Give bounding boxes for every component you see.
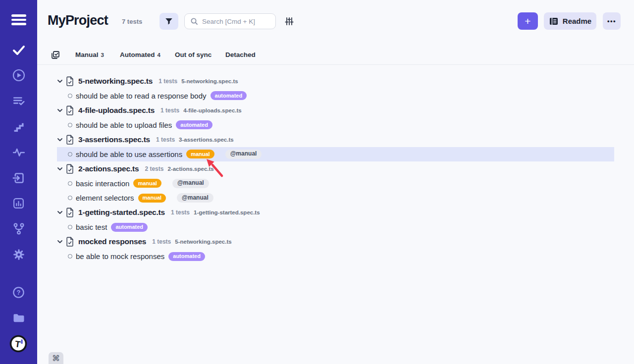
sliders-button[interactable] bbox=[283, 16, 295, 27]
book-icon bbox=[549, 17, 559, 26]
folder-icon bbox=[12, 311, 26, 325]
test-status-icon bbox=[68, 196, 72, 200]
spec-file-row[interactable]: 5-networking.spec.ts 1 tests 5-networkin… bbox=[57, 74, 614, 89]
spec-test-count: 1 tests bbox=[152, 238, 171, 245]
search-input[interactable] bbox=[202, 18, 274, 25]
test-status-icon bbox=[68, 123, 72, 127]
sidebar-item-files[interactable] bbox=[0, 311, 37, 325]
spec-file-name: 1-getting-started.spec.ts bbox=[78, 208, 165, 217]
cmd-shortcut-chip[interactable]: ⌘ bbox=[49, 352, 63, 364]
sidebar-item-runs[interactable] bbox=[0, 68, 37, 82]
sidebar-item-help[interactable]: ? bbox=[0, 285, 37, 299]
spec-file-path: 1-getting-started.spec.ts bbox=[194, 209, 260, 215]
list-check-icon bbox=[12, 95, 25, 107]
tab-automated[interactable]: Automated 4 bbox=[120, 51, 160, 58]
cmd-icon: ⌘ bbox=[52, 354, 60, 363]
test-row[interactable]: element selectors manual @manual bbox=[57, 191, 614, 206]
sidebar-item-settings[interactable] bbox=[0, 248, 37, 261]
svg-text:?: ? bbox=[17, 289, 21, 296]
tab-manual[interactable]: Manual 3 bbox=[75, 51, 104, 58]
sidebar-item-tests[interactable] bbox=[0, 43, 37, 57]
readme-button[interactable]: Readme bbox=[544, 12, 596, 30]
search-icon bbox=[190, 17, 198, 25]
sidebar-item-reports[interactable] bbox=[0, 196, 37, 210]
spec-file-name: 5-networking.spec.ts bbox=[78, 77, 153, 86]
readme-label: Readme bbox=[563, 17, 591, 25]
test-status-icon bbox=[68, 181, 72, 186]
menu-icon[interactable] bbox=[0, 13, 37, 27]
tab-count: 4 bbox=[158, 52, 160, 58]
test-title: basic test bbox=[76, 223, 107, 231]
chevron-down-icon[interactable] bbox=[57, 166, 63, 172]
help-icon: ? bbox=[12, 286, 25, 299]
add-test-button[interactable]: + bbox=[518, 12, 538, 30]
spec-test-count: 2 tests bbox=[145, 165, 163, 172]
chevron-down-icon[interactable] bbox=[57, 239, 63, 245]
test-row[interactable]: should be able to read a response body a… bbox=[57, 89, 614, 104]
spec-test-count: 1 tests bbox=[158, 78, 177, 85]
test-title: element selectors bbox=[76, 194, 134, 202]
import-box-icon bbox=[12, 171, 25, 185]
ellipsis-icon: ••• bbox=[607, 17, 616, 25]
spec-file-row[interactable]: 2-actions.spec.ts 2 tests 2-actions.spec… bbox=[57, 161, 614, 176]
spec-test-count: 1 tests bbox=[171, 209, 190, 216]
chevron-down-icon[interactable] bbox=[57, 107, 63, 113]
filter-button[interactable] bbox=[159, 13, 178, 30]
sidebar-item-activity[interactable] bbox=[0, 145, 37, 159]
file-check-icon bbox=[66, 76, 74, 86]
spec-file-row[interactable]: mocked responses 1 tests 5-networking.sp… bbox=[57, 235, 614, 250]
search-box[interactable] bbox=[184, 13, 276, 29]
check-icon bbox=[12, 44, 25, 56]
manual-badge: manual bbox=[186, 150, 214, 158]
automated-badge: automated bbox=[211, 91, 247, 100]
spec-file-name: 3-assertions.spec.ts bbox=[78, 135, 150, 144]
git-fork-icon bbox=[12, 222, 25, 235]
test-title: should be able to use assertions bbox=[76, 150, 182, 158]
test-row[interactable]: basic test automated bbox=[57, 220, 614, 235]
spec-file-row[interactable]: 4-file-uploads.spec.ts 1 tests 4-file-up… bbox=[57, 103, 614, 118]
more-options-button[interactable]: ••• bbox=[603, 12, 621, 30]
plus-icon: + bbox=[525, 16, 530, 26]
sidebar-item-test-list[interactable] bbox=[0, 94, 37, 108]
sidebar-item-branches[interactable] bbox=[0, 222, 37, 236]
spec-file-row[interactable]: 3-assertions.spec.ts 1 tests 3-assertion… bbox=[57, 132, 614, 147]
spec-file-name: mocked responses bbox=[78, 237, 146, 246]
spec-file-path: 5-networking.spec.ts bbox=[181, 78, 238, 84]
gear-icon bbox=[12, 248, 25, 261]
tests-count: 7 tests bbox=[122, 18, 142, 25]
sidebar-item-steps[interactable] bbox=[0, 120, 37, 134]
test-row-selected[interactable]: should be able to use assertions manual … bbox=[57, 147, 614, 162]
file-check-icon bbox=[66, 135, 74, 145]
test-row[interactable]: basic interaction manual @manual bbox=[57, 176, 614, 191]
test-row[interactable]: should be able to upload files automated bbox=[57, 118, 614, 133]
tab-out-of-sync[interactable]: Out of sync bbox=[175, 51, 214, 58]
chevron-down-icon[interactable] bbox=[57, 137, 63, 143]
file-check-icon bbox=[66, 105, 74, 115]
select-all-icon[interactable] bbox=[51, 50, 60, 62]
sidebar-item-import[interactable] bbox=[0, 171, 37, 185]
test-status-icon bbox=[68, 225, 72, 229]
test-title: should be able to read a response body bbox=[76, 92, 207, 100]
automated-badge: automated bbox=[111, 223, 148, 232]
chevron-down-icon[interactable] bbox=[57, 78, 63, 84]
manual-badge: manual bbox=[133, 179, 161, 188]
spec-file-path: 2-actions.spec.ts bbox=[167, 166, 213, 172]
file-check-icon bbox=[66, 164, 74, 174]
tab-label: Automated bbox=[120, 51, 155, 58]
sidebar: ? T bbox=[0, 0, 37, 364]
tab-detached[interactable]: Detached bbox=[225, 51, 258, 58]
test-row[interactable]: be able to mock responses automated bbox=[57, 249, 614, 264]
spec-test-count: 1 tests bbox=[160, 107, 179, 114]
page-title: MyProject bbox=[48, 13, 108, 28]
bar-chart-icon bbox=[12, 197, 25, 209]
tab-label: Detached bbox=[225, 51, 256, 58]
spec-file-path: 3-assertions.spec.ts bbox=[179, 137, 234, 143]
tag-pill: @manual bbox=[177, 193, 213, 203]
activity-icon bbox=[12, 146, 25, 158]
spec-file-row[interactable]: 1-getting-started.spec.ts 1 tests 1-gett… bbox=[57, 206, 614, 220]
app-logo[interactable]: T bbox=[9, 334, 28, 353]
spec-file-name: 4-file-uploads.spec.ts bbox=[78, 106, 155, 115]
logo-icon: T bbox=[9, 334, 28, 353]
chevron-down-icon[interactable] bbox=[57, 209, 63, 215]
test-tree: 5-networking.spec.ts 1 tests 5-networkin… bbox=[57, 74, 614, 264]
